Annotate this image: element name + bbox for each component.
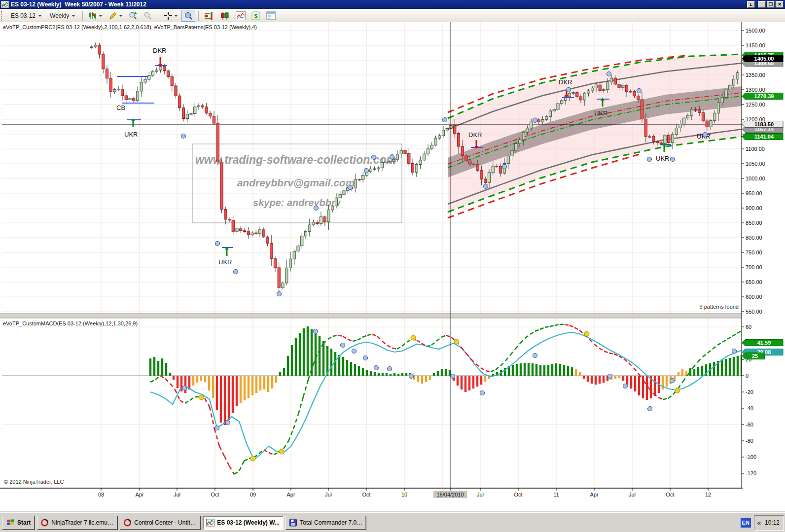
svg-text:Jul: Jul bbox=[629, 492, 636, 497]
magnifier-tool-button[interactable] bbox=[181, 10, 195, 22]
instrument-dropdown[interactable]: ES 03-12 bbox=[7, 11, 45, 21]
svg-text:UKR: UKR bbox=[656, 155, 669, 162]
zoom-in-icon bbox=[129, 11, 138, 20]
period-dropdown[interactable]: Weekly bbox=[46, 11, 79, 21]
restore-button[interactable]: ❐ bbox=[767, 1, 775, 8]
svg-text:700.00: 700.00 bbox=[746, 264, 762, 270]
line-chart-icon bbox=[236, 11, 246, 20]
svg-text:1050.00: 1050.00 bbox=[746, 161, 765, 167]
system-tray: EN « 10:12 bbox=[741, 515, 784, 531]
svg-text:Oct: Oct bbox=[362, 492, 370, 497]
taskbar: Start NinjaTrader 7 lic.emu v5.06Control… bbox=[0, 512, 785, 532]
svg-text:andreybbrv@gmail.com: andreybbrv@gmail.com bbox=[237, 177, 355, 188]
svg-text:-60: -60 bbox=[746, 422, 753, 427]
chart-style-dropdown[interactable] bbox=[86, 10, 105, 22]
language-indicator[interactable]: EN bbox=[741, 518, 751, 528]
svg-text:1100.00: 1100.00 bbox=[746, 146, 765, 152]
taskbar-task-button[interactable]: NinjaTrader 7 lic.emu v5.06 bbox=[37, 516, 118, 530]
svg-text:650.00: 650.00 bbox=[746, 279, 762, 285]
chevron-down-icon bbox=[38, 15, 42, 17]
start-label: Start bbox=[17, 519, 31, 526]
svg-text:CB: CB bbox=[116, 104, 125, 111]
svg-text:550.00: 550.00 bbox=[746, 309, 762, 315]
svg-text:0: 0 bbox=[746, 373, 749, 379]
drawing-tools-dropdown[interactable] bbox=[106, 10, 125, 22]
zoom-in-button[interactable] bbox=[126, 10, 140, 22]
chart-canvas[interactable]: www.trading-software-collection.comandre… bbox=[0, 22, 785, 512]
svg-text:Jul: Jul bbox=[477, 492, 484, 497]
taskbar-task-active[interactable]: ES 03-12 (Weekly) W... bbox=[203, 516, 284, 530]
svg-text:skype: andreybbrv: skype: andreybbrv bbox=[253, 197, 342, 208]
line-chart-button[interactable] bbox=[233, 10, 248, 22]
chevron-down-icon bbox=[99, 15, 103, 17]
data-panel-button[interactable] bbox=[264, 10, 279, 22]
chevron-down-icon bbox=[174, 15, 178, 17]
chart-window-button[interactable] bbox=[217, 10, 232, 22]
svg-text:DKR: DKR bbox=[153, 47, 166, 54]
svg-text:850.00: 850.00 bbox=[746, 220, 762, 226]
svg-text:1250.00: 1250.00 bbox=[746, 102, 765, 107]
svg-text:$: $ bbox=[254, 12, 258, 19]
svg-text:Jul: Jul bbox=[174, 492, 180, 497]
svg-text:1500.00: 1500.00 bbox=[746, 28, 765, 34]
svg-text:41.59: 41.59 bbox=[757, 340, 771, 346]
chart-toolbar: ES 03-12 Weekly bbox=[0, 9, 785, 23]
svg-text:1450.00: 1450.00 bbox=[746, 42, 765, 48]
svg-text:16/04/2010: 16/04/2010 bbox=[436, 492, 464, 497]
market-analyzer-icon bbox=[204, 11, 214, 20]
toolbar-separator bbox=[198, 11, 199, 21]
svg-text:-80: -80 bbox=[746, 438, 753, 444]
svg-text:Jul: Jul bbox=[325, 492, 332, 497]
toolbar-grip[interactable] bbox=[1, 11, 5, 21]
close-button[interactable]: ✕ bbox=[776, 1, 784, 8]
svg-text:1300.00: 1300.00 bbox=[746, 87, 765, 93]
svg-text:DKR: DKR bbox=[468, 131, 482, 139]
svg-text:Oct: Oct bbox=[666, 492, 674, 497]
price-indicator-label: eVoTP_CustomPRC2(ES 03-12 (Weekly),2,100… bbox=[3, 24, 257, 30]
taskbar-task-button[interactable]: Total Commander 7.03 - ... bbox=[285, 516, 366, 530]
svg-text:900.00: 900.00 bbox=[746, 205, 762, 211]
svg-text:-20: -20 bbox=[746, 389, 753, 395]
minimize-button[interactable]: _ bbox=[758, 1, 766, 8]
svg-text:Oct: Oct bbox=[514, 492, 522, 497]
svg-text:DKR: DKR bbox=[559, 78, 572, 86]
svg-text:Apr: Apr bbox=[286, 492, 295, 497]
svg-text:1141.04: 1141.04 bbox=[754, 134, 774, 140]
svg-text:-40: -40 bbox=[746, 405, 753, 411]
svg-text:1183.50: 1183.50 bbox=[754, 121, 774, 127]
svg-text:Apr: Apr bbox=[590, 492, 598, 497]
chevron-down-icon bbox=[119, 15, 123, 17]
svg-text:800.00: 800.00 bbox=[746, 235, 762, 241]
svg-text:10: 10 bbox=[401, 492, 407, 497]
taskbar-task-button[interactable]: Control Center - Untitled1 bbox=[120, 516, 201, 530]
svg-text:1278.39: 1278.39 bbox=[754, 93, 774, 99]
crosshair-dropdown[interactable] bbox=[161, 10, 180, 22]
svg-text:www.trading-software-collectio: www.trading-software-collection.com bbox=[195, 153, 396, 166]
window-title: ES 03-12 (Weekly) Week 50/2007 - Week 11… bbox=[11, 1, 747, 8]
market-analyzer-button[interactable] bbox=[202, 10, 216, 22]
chart-app-icon bbox=[1, 1, 9, 8]
chevron-down-icon bbox=[71, 15, 75, 17]
link-button[interactable]: L bbox=[747, 1, 755, 8]
tray-collapse-button[interactable]: « bbox=[757, 519, 761, 527]
svg-text:09: 09 bbox=[250, 492, 256, 497]
svg-text:Oct: Oct bbox=[211, 492, 219, 497]
svg-text:UKR: UKR bbox=[594, 109, 607, 117]
start-button[interactable]: Start bbox=[2, 516, 35, 530]
zoom-out-button[interactable] bbox=[141, 10, 155, 22]
title-bar: ES 03-12 (Weekly) Week 50/2007 - Week 11… bbox=[0, 0, 785, 9]
patterns-found-status: 9 patterns found bbox=[680, 304, 739, 310]
svg-text:60: 60 bbox=[746, 324, 751, 330]
macd-indicator-label: eVoTP_CustomMACD(ES 03-12 (Weekly),12,1,… bbox=[3, 320, 138, 326]
app-window: ES 03-12 (Weekly) Week 50/2007 - Week 11… bbox=[0, 0, 785, 532]
zoom-out-icon bbox=[143, 11, 152, 20]
svg-text:-100: -100 bbox=[746, 454, 756, 460]
svg-text:-120: -120 bbox=[746, 470, 756, 476]
toolbar-separator bbox=[82, 11, 83, 21]
crosshair-icon bbox=[164, 11, 173, 20]
account-data-button[interactable]: $ bbox=[249, 10, 263, 22]
svg-text:UKR: UKR bbox=[124, 131, 138, 138]
svg-text:950.00: 950.00 bbox=[746, 190, 762, 196]
candles-chart-icon bbox=[220, 11, 230, 20]
svg-text:Apr: Apr bbox=[135, 492, 143, 497]
